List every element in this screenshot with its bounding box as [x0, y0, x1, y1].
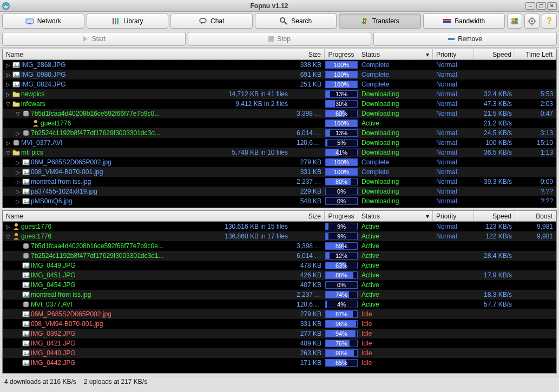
col-name[interactable]: Name — [3, 49, 293, 59]
svg-point-64 — [24, 352, 26, 354]
user-icon — [12, 232, 20, 240]
image-icon — [22, 188, 30, 195]
table-row[interactable]: ▷IMG_0824.JPG251 KB100%CompleteNormal — [3, 79, 556, 89]
expand-arrow-icon[interactable]: ▽ — [5, 101, 11, 107]
col-size[interactable]: Size — [293, 49, 325, 59]
table-row[interactable]: 7b2524c1192b8f477df17629f3003301dc3d1...… — [3, 251, 556, 261]
expand-arrow-icon[interactable]: ▷ — [15, 189, 21, 195]
window-title: Fopnu v1.12 — [13, 2, 525, 10]
image-icon — [22, 320, 30, 328]
expand-arrow-icon[interactable]: ▷ — [5, 62, 11, 68]
settings-button[interactable] — [524, 14, 540, 29]
remove-button[interactable]: Remove — [373, 32, 557, 46]
item-name: IMG_0824.JPG — [21, 81, 66, 88]
table-row[interactable]: ▷MVI_0377.AVI120,653 KB5%DownloadingNorm… — [3, 138, 556, 148]
col-status[interactable]: Status▾ — [358, 49, 433, 59]
svg-rect-3 — [113, 18, 114, 24]
col-speed[interactable]: Speed — [474, 211, 515, 221]
expand-arrow-icon[interactable]: ▷ — [5, 224, 11, 230]
stop-button[interactable]: Stop — [188, 32, 371, 46]
minimize-button[interactable]: ─ — [525, 2, 535, 10]
downloads-panel[interactable]: Name Size Progress Status▾ Priority Spee… — [2, 49, 557, 208]
expand-arrow-icon[interactable]: ▷ — [15, 160, 21, 165]
table-row[interactable]: ▷IMG_0980.JPG691 KB100%CompleteNormal — [3, 70, 556, 79]
help-button[interactable]: ? — [542, 14, 557, 29]
svg-rect-5 — [117, 18, 119, 24]
table-row[interactable]: ▷newpics14,712 KB in 41 files13%Download… — [3, 89, 556, 99]
svg-point-66 — [24, 362, 26, 363]
table-row[interactable]: ▷guest1776130,616 KB in 15 files9%Active… — [3, 222, 556, 231]
table-row[interactable]: MVI_0377.AVI120,653 KB4%Active57.7 KB/s — [3, 300, 556, 309]
image-icon — [12, 81, 20, 88]
svg-point-11 — [511, 18, 515, 21]
col-timeleft[interactable]: Time Left — [515, 49, 556, 59]
col-status[interactable]: Status▾ — [358, 211, 433, 221]
table-row[interactable]: IMG_0454.JPG407 KB0%Active — [3, 280, 556, 290]
close-button[interactable]: ✕ — [547, 2, 557, 10]
progress-bar: 100% — [325, 168, 358, 176]
expand-arrow-icon[interactable]: ▷ — [5, 91, 11, 97]
expand-arrow-icon[interactable]: ▷ — [15, 130, 21, 136]
table-row[interactable]: IMG_0442.JPG171 KB65%Idle — [3, 358, 556, 368]
tab-network[interactable]: Network — [2, 14, 84, 29]
expand-arrow-icon[interactable]: ▷ — [15, 198, 21, 204]
table-row[interactable]: ▷montreal from iss.jpg2,237 KB80%Downloa… — [3, 177, 556, 187]
progress-bar: 94% — [325, 330, 358, 337]
table-row[interactable]: IMG_0421.JPG409 KB76%Idle — [3, 338, 556, 348]
table-row[interactable]: guest1776100%Active21.2 KB/s — [3, 118, 556, 128]
folder-icon — [12, 149, 20, 156]
table-row[interactable]: ▷008_VM94-B070-001.jpg331 KB100%Complete… — [3, 167, 556, 177]
table-row[interactable]: 7b5d1fcaa4d40208b16ce592f66f77e7b9c0e...… — [3, 241, 556, 251]
svg-point-6 — [200, 18, 206, 23]
uploads-panel[interactable]: Name Size Progress Status▾ Priority Spee… — [2, 210, 557, 374]
table-row[interactable]: ▽7b5d1fcaa4d40208b16ce592f66f77e7b9c0...… — [3, 109, 556, 118]
table-row[interactable]: ▷IMG_2868.JPG338 KB100%CompleteNormal — [3, 60, 556, 70]
progress-bar: 60% — [325, 110, 358, 117]
progress-bar: 100% — [325, 158, 358, 166]
col-speed[interactable]: Speed — [474, 49, 515, 59]
expand-arrow-icon[interactable]: ▷ — [15, 169, 21, 175]
table-row[interactable]: IMG_0451.JPG426 KB88%Active17.9 KB/s — [3, 270, 556, 280]
expand-arrow-icon[interactable]: ▷ — [5, 82, 11, 88]
table-row[interactable]: ▷7b2524c1192b8f477df17629f3003301dc3d...… — [3, 128, 556, 138]
image-icon — [22, 262, 30, 269]
titlebar[interactable]: Fopnu v1.12 ─ ▢ ✕ — [0, 0, 559, 12]
expand-arrow-icon[interactable]: ▷ — [5, 140, 11, 146]
col-progress[interactable]: Progress — [325, 211, 358, 221]
table-row[interactable]: 008_VM94-B070-001.jpg331 KB96%Idle — [3, 319, 556, 329]
table-row[interactable]: ▷pMS0mQ6.jpg548 KB0%DownloadingNormal?:?… — [3, 196, 556, 206]
users-button[interactable] — [507, 14, 522, 29]
table-row[interactable]: ▷pa37455-1024x819.jpg229 KB0%Downloading… — [3, 187, 556, 196]
col-priority[interactable]: Priority — [433, 49, 474, 59]
table-row[interactable]: IMG_0449.JPG478 KB63%Active — [3, 261, 556, 270]
progress-bar: 74% — [325, 291, 358, 298]
table-row[interactable]: montreal from iss.jpg2,237 KB74%Active18… — [3, 290, 556, 300]
status-bar: 4 downloads at 216 KB/s 2 uploads at 217… — [0, 376, 559, 387]
start-button[interactable]: Start — [2, 32, 186, 46]
table-row[interactable]: 06M_P685S2D065P002.jpg279 KB87%Idle — [3, 309, 556, 319]
table-row[interactable]: IMG_0440.JPG263 KB90%Idle — [3, 348, 556, 358]
tab-transfers[interactable]: Transfers — [339, 14, 421, 29]
tab-chat[interactable]: Chat — [170, 14, 253, 29]
table-row[interactable]: ▽guest1776136,860 KB in 17 files9%Active… — [3, 231, 556, 241]
col-priority[interactable]: Priority — [433, 211, 474, 221]
col-progress[interactable]: Progress — [325, 49, 358, 59]
status-downloads: 4 downloads at 216 KB/s — [4, 378, 76, 386]
expand-arrow-icon[interactable]: ▽ — [5, 234, 11, 240]
expand-arrow-icon[interactable]: ▽ — [5, 150, 11, 156]
expand-arrow-icon[interactable]: ▽ — [15, 111, 21, 117]
table-row[interactable]: ▷06M_P685S2D065P002.jpg279 KB100%Complet… — [3, 157, 556, 167]
table-row[interactable]: ▽mtl pics5,748 KB in 10 files41%Download… — [3, 148, 556, 157]
expand-arrow-icon[interactable]: ▷ — [15, 179, 21, 185]
tab-bandwidth[interactable]: Bandwidth — [423, 14, 505, 29]
col-boost[interactable]: Boost — [515, 211, 556, 221]
svg-rect-21 — [448, 38, 455, 40]
col-name[interactable]: Name — [3, 211, 293, 221]
col-size[interactable]: Size — [293, 211, 325, 221]
tab-library[interactable]: Library — [87, 14, 169, 29]
table-row[interactable]: IMG_0392.JPG277 KB94%Idle — [3, 329, 556, 338]
table-row[interactable]: ▽infowars9,412 KB in 2 files30%Downloadi… — [3, 99, 556, 109]
expand-arrow-icon[interactable]: ▷ — [5, 72, 11, 78]
tab-search[interactable]: Search — [255, 14, 337, 29]
maximize-button[interactable]: ▢ — [536, 2, 546, 10]
